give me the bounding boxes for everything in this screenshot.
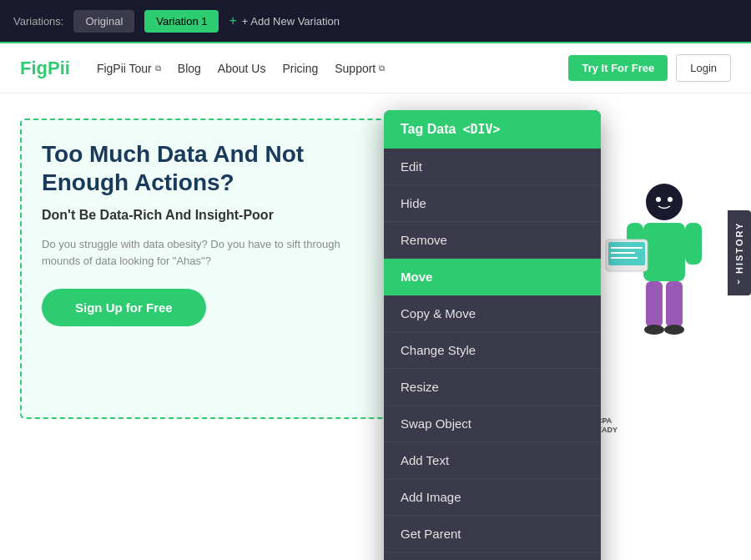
nav-link-label: Support <box>335 62 376 75</box>
nav-link-about[interactable]: About Us <box>218 62 266 75</box>
nav-link-label: About Us <box>218 62 266 75</box>
context-menu: Tag Data <DIV> Edit Hide Remove Move Cop… <box>384 110 601 560</box>
menu-item-swap-object[interactable]: Swap Object <box>384 406 601 442</box>
context-menu-header: Tag Data <DIV> <box>384 110 601 149</box>
nav-bar: FigPii FigPii Tour ⧉ Blog About Us Prici… <box>0 43 751 93</box>
tab-variation1[interactable]: Variation 1 <box>144 10 219 33</box>
tag-data-label: Tag Data <box>401 122 456 137</box>
logo-fig: Fig <box>20 58 48 78</box>
website-area: FigPii FigPii Tour ⧉ Blog About Us Prici… <box>0 43 751 560</box>
try-it-free-button[interactable]: Try It For Free <box>568 55 668 81</box>
logo: FigPii <box>20 58 70 79</box>
div-tag-label: <DIV> <box>462 122 500 137</box>
svg-point-0 <box>646 184 683 220</box>
menu-item-move[interactable]: Move <box>384 259 601 295</box>
nav-link-label: Blog <box>178 62 201 75</box>
svg-point-1 <box>656 197 661 202</box>
svg-point-2 <box>668 197 673 202</box>
add-new-variation-button[interactable]: + + Add New Variation <box>229 13 340 28</box>
login-button[interactable]: Login <box>676 54 731 82</box>
external-link-icon: ⧉ <box>155 63 161 73</box>
hero-content-box: Too Much Data And Not Enough Actions? Do… <box>20 119 387 419</box>
add-variation-label: + Add New Variation <box>242 15 340 28</box>
nav-links: FigPii Tour ⧉ Blog About Us Pricing Supp… <box>97 62 385 75</box>
chevron-icon: › <box>737 276 742 286</box>
nav-link-figpii-tour[interactable]: FigPii Tour ⧉ <box>97 62 161 75</box>
variations-label: Variations: <box>13 15 63 28</box>
nav-link-blog[interactable]: Blog <box>178 62 201 75</box>
top-bar: Variations: Original Variation 1 + + Add… <box>0 0 751 43</box>
menu-item-add-text[interactable]: Add Text <box>384 442 601 479</box>
svg-rect-6 <box>646 281 663 327</box>
menu-item-copy-move[interactable]: Copy & Move <box>384 295 601 332</box>
svg-point-8 <box>644 325 664 335</box>
menu-item-cancel[interactable]: Cancel <box>384 552 601 560</box>
menu-item-hide[interactable]: Hide <box>384 185 601 222</box>
hero-area: Too Much Data And Not Enough Actions? Do… <box>0 93 751 444</box>
person-illustration <box>581 169 714 369</box>
nav-link-support[interactable]: Support ⧉ <box>335 62 385 75</box>
tab-original[interactable]: Original <box>73 10 134 33</box>
svg-rect-7 <box>666 281 683 327</box>
svg-point-9 <box>664 325 684 335</box>
hero-title: Too Much Data And Not Enough Actions? <box>42 140 365 196</box>
menu-item-get-parent[interactable]: Get Parent <box>384 516 601 552</box>
logo-pii: Pii <box>48 58 70 78</box>
nav-actions: Try It For Free Login <box>568 54 731 82</box>
history-tab[interactable]: › HISTORY <box>728 210 751 295</box>
menu-item-change-style[interactable]: Change Style <box>384 332 601 369</box>
plus-icon: + <box>229 13 236 28</box>
svg-rect-5 <box>685 223 702 265</box>
nav-link-label: FigPii Tour <box>97 62 152 75</box>
nav-link-pricing[interactable]: Pricing <box>282 62 318 75</box>
menu-item-add-image[interactable]: Add Image <box>384 479 601 516</box>
hero-subtitle: Don't Be Data-Rich And Insight-Poor <box>42 208 365 223</box>
svg-rect-3 <box>643 223 685 281</box>
history-label: HISTORY <box>734 222 744 274</box>
hero-body: Do you struggle with data obesity? Do yo… <box>42 236 365 269</box>
menu-item-remove[interactable]: Remove <box>384 222 601 259</box>
external-link-icon-support: ⧉ <box>379 63 385 73</box>
menu-item-resize[interactable]: Resize <box>384 369 601 406</box>
menu-item-edit[interactable]: Edit <box>384 149 601 185</box>
nav-link-label: Pricing <box>282 62 318 75</box>
hero-cta-button[interactable]: Sign Up for Free <box>42 289 206 326</box>
